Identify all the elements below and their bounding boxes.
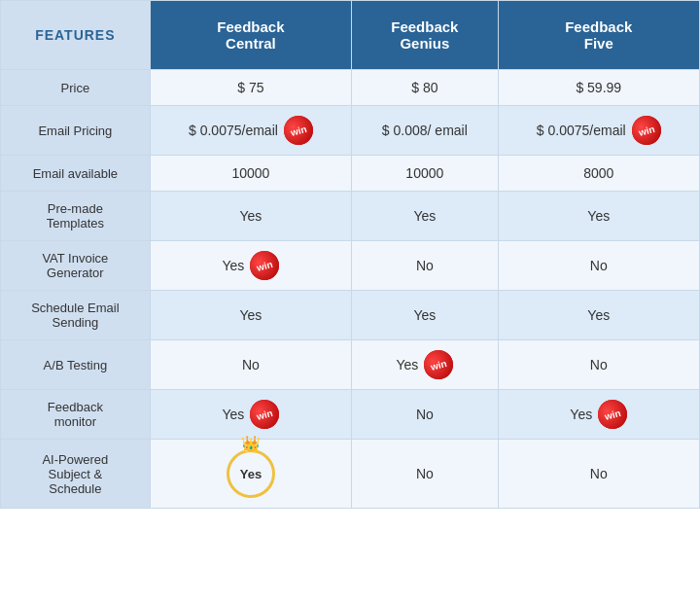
- feature-label: Schedule EmailSending: [1, 291, 151, 340]
- cell-content: $ 0.0075/emailwin: [537, 116, 661, 145]
- cell-text: $ 59.99: [576, 80, 621, 95]
- table-row: Schedule EmailSendingYesYesYes: [1, 291, 700, 340]
- cell-4-1: No: [352, 241, 498, 291]
- cell-text: No: [590, 466, 608, 481]
- cell-text: No: [590, 258, 608, 273]
- cell-content: $ 0.008/ email: [382, 123, 468, 138]
- cell-content: $ 80: [411, 80, 438, 95]
- cell-text: $ 0.0075/email: [537, 123, 626, 138]
- cell-0-0: $ 75: [150, 70, 351, 106]
- cell-text: Yes: [413, 208, 436, 224]
- cell-content: Yes: [227, 449, 275, 498]
- win-badge: win: [595, 397, 631, 433]
- feature-label: VAT InvoiceGenerator: [1, 241, 151, 291]
- cell-6-2: No: [498, 340, 700, 390]
- cell-8-2: No: [498, 440, 700, 509]
- cell-content: Yeswin: [570, 400, 627, 429]
- cell-text: Yes: [587, 307, 610, 323]
- win-badge: win: [247, 397, 283, 433]
- cell-2-1: 10000: [352, 156, 498, 192]
- cell-7-2: Yeswin: [498, 390, 700, 440]
- cell-content: 10000: [231, 165, 269, 181]
- cell-0-2: $ 59.99: [498, 70, 700, 106]
- cell-text: 10000: [405, 165, 443, 181]
- cell-2-2: 8000: [498, 156, 700, 192]
- table-row: Email available10000100008000: [1, 156, 700, 192]
- cell-1-2: $ 0.0075/emailwin: [498, 106, 700, 156]
- cell-4-0: Yeswin: [150, 241, 351, 291]
- cell-text: Yes: [223, 407, 245, 422]
- cell-5-2: Yes: [498, 291, 700, 340]
- cell-5-1: Yes: [352, 291, 498, 340]
- cell-content: No: [416, 407, 434, 422]
- cell-1-0: $ 0.0075/emailwin: [150, 106, 351, 156]
- cell-content: $ 59.99: [576, 80, 621, 95]
- feature-label: A/B Testing: [1, 340, 151, 390]
- cell-content: No: [416, 258, 434, 273]
- cell-content: Yes: [413, 307, 436, 323]
- cell-text: 8000: [583, 165, 613, 181]
- cell-content: 10000: [405, 165, 443, 181]
- table-row: Email Pricing$ 0.0075/emailwin$ 0.008/ e…: [1, 106, 700, 156]
- table-row: Price$ 75$ 80$ 59.99: [1, 70, 700, 106]
- cell-content: Yes: [587, 208, 610, 224]
- cell-text: Yes: [396, 357, 418, 372]
- cell-4-2: No: [498, 241, 700, 291]
- cell-2-0: 10000: [150, 156, 351, 192]
- col3-header: FeedbackFive: [498, 1, 700, 70]
- cell-content: No: [590, 466, 608, 481]
- cell-text: No: [590, 357, 608, 372]
- cell-content: No: [590, 357, 608, 372]
- feature-label: Pre-madeTemplates: [1, 192, 151, 241]
- win-badge: win: [280, 113, 316, 149]
- cell-content: No: [242, 357, 260, 372]
- cell-text: Yes: [587, 208, 610, 224]
- cell-text: 10000: [231, 165, 269, 181]
- cell-content: Yeswin: [223, 400, 280, 429]
- cell-3-0: Yes: [150, 192, 351, 241]
- cell-content: Yes: [413, 208, 436, 224]
- cell-text: Yes: [240, 208, 262, 224]
- cell-text: Yes: [240, 307, 262, 323]
- cell-text: No: [416, 466, 434, 481]
- table-row: FeedbackmonitorYeswinNoYeswin: [1, 390, 700, 440]
- cell-text: $ 0.008/ email: [382, 123, 468, 138]
- table-row: VAT InvoiceGeneratorYeswinNoNo: [1, 241, 700, 291]
- cell-text: No: [416, 407, 434, 422]
- cell-content: Yes: [240, 307, 262, 323]
- col2-header: FeedbackGenius: [352, 1, 498, 70]
- features-header: FEATURES: [1, 1, 151, 70]
- cell-content: Yeswin: [223, 251, 280, 280]
- feature-label: AI-PoweredSubject &Schedule: [1, 440, 151, 509]
- cell-content: $ 0.0075/emailwin: [189, 116, 313, 145]
- cell-0-1: $ 80: [352, 70, 498, 106]
- cell-text: $ 0.0075/email: [189, 123, 278, 138]
- cell-3-2: Yes: [498, 192, 700, 241]
- cell-text: No: [242, 357, 260, 372]
- feature-label: Email available: [1, 156, 151, 192]
- cell-content: $ 75: [237, 80, 263, 95]
- feature-label: Feedbackmonitor: [1, 390, 151, 440]
- col1-header: FeedbackCentral: [150, 1, 351, 70]
- cell-text: Yes: [413, 307, 436, 323]
- cell-3-1: Yes: [352, 192, 498, 241]
- cell-content: Yes: [587, 307, 610, 323]
- win-badge: win: [628, 113, 664, 149]
- cell-text: Yes: [223, 258, 245, 273]
- cell-text: No: [416, 258, 434, 273]
- comparison-table: FEATURES FeedbackCentral FeedbackGenius …: [0, 0, 700, 509]
- cell-8-0: Yes: [150, 440, 351, 509]
- feature-label: Price: [1, 70, 151, 106]
- feature-label: Email Pricing: [1, 106, 151, 156]
- cell-7-0: Yeswin: [150, 390, 351, 440]
- cell-content: 8000: [583, 165, 613, 181]
- cell-text: Yes: [570, 407, 592, 422]
- features-header-text: FEATURES: [35, 27, 115, 43]
- cell-6-1: Yeswin: [352, 340, 498, 390]
- cell-text: $ 75: [237, 80, 263, 95]
- cell-5-0: Yes: [150, 291, 351, 340]
- cell-content: No: [590, 258, 608, 273]
- win-badge: win: [247, 248, 283, 284]
- cell-content: Yes: [240, 208, 262, 224]
- cell-7-1: No: [352, 390, 498, 440]
